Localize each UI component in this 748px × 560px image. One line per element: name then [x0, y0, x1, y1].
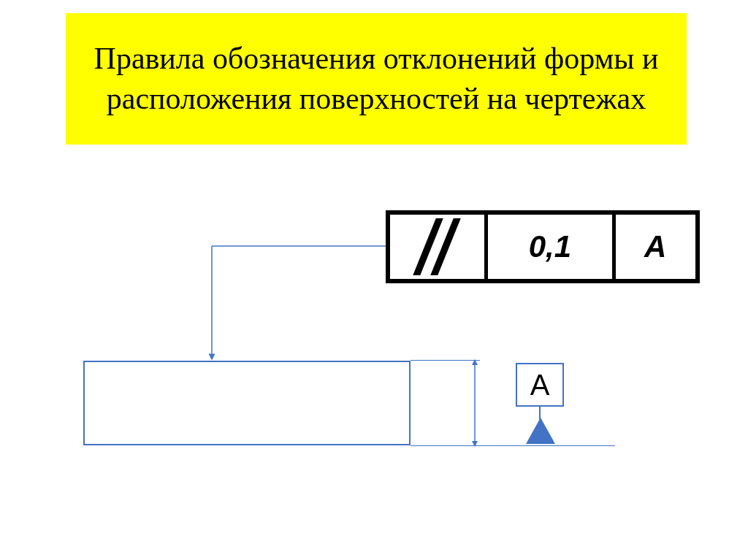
part-outline	[83, 361, 411, 445]
tolerance-frame: 0,1 А	[386, 210, 700, 283]
tolerance-symbol-cell	[390, 215, 488, 279]
leader-line	[175, 243, 402, 375]
tolerance-value-cell: 0,1	[488, 215, 615, 279]
extension-line-bottom	[411, 445, 615, 446]
dimension-line	[468, 355, 497, 453]
slide-title: Правила обозначения отклонений формы и р…	[66, 13, 687, 145]
datum-triangle-icon	[526, 418, 555, 444]
tolerance-datum-cell: А	[616, 215, 695, 279]
datum-label-box: А	[516, 363, 564, 407]
parallelism-icon	[416, 221, 459, 272]
